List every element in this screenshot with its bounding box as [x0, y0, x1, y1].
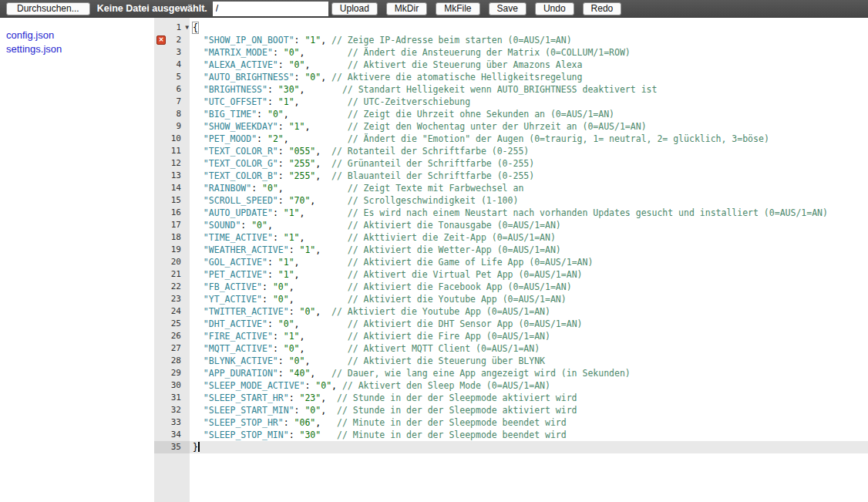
code-line[interactable]: 8 "BIG_TIME": "0", // Zeigt die Uhrzeit …	[154, 108, 868, 120]
code-line[interactable]: 28 "BLYNK_ACTIVE": "0", // Aktiviert die…	[154, 355, 868, 367]
json-key: "TIME_ACTIVE"	[204, 232, 273, 243]
code-text: "SHOW_WEEKDAY": "1", // Zeigt den Wochen…	[190, 120, 868, 133]
json-key: "TWITTER_ACTIVE"	[204, 306, 289, 317]
code-line[interactable]: 26 "FIRE_ACTIVE": "1", // Aktiviert die …	[154, 330, 868, 342]
mkfile-button[interactable]: MkFile	[436, 2, 479, 15]
browse-button[interactable]: Durchsuchen...	[6, 2, 90, 15]
json-value: "1"	[278, 257, 294, 268]
code-line[interactable]: 5 "AUTO_BRIGHTNESS": "0", // Aktivere di…	[154, 71, 868, 83]
code-line[interactable]: 6 "BRIGHTNESS": "30", // Standart Hellig…	[154, 83, 868, 96]
json-key: "AUTO_UPDATE"	[204, 207, 273, 218]
code-line[interactable]: 33 "SLEEP_STOP_HR": "06", // Minute in d…	[154, 416, 868, 429]
fold-toggle-icon[interactable]: ▼	[185, 22, 189, 34]
code-line[interactable]: 16 "AUTO_UPDATE": "1", // Es wird nach e…	[154, 207, 868, 219]
json-key: "BIG_TIME"	[204, 109, 257, 120]
code-text: "SLEEP_STOP_HR": "06", // Minute in der …	[190, 416, 868, 429]
code-text: "BIG_TIME": "0", // Zeigt die Uhrzeit oh…	[190, 108, 868, 120]
line-comment: // Minute in der der Sleepmode beendet w…	[337, 417, 567, 428]
line-comment: // Aktiviert die Youtube App (0=AUS/1=AN…	[331, 306, 550, 317]
redo-button[interactable]: Redo	[583, 2, 622, 15]
line-comment: // Aktiviert die DHT Sensor App (0=AUS/1…	[348, 318, 583, 329]
json-value: "255"	[289, 170, 316, 181]
undo-button[interactable]: Undo	[535, 2, 574, 15]
code-line[interactable]: 21 "PET_ACTIVE": "1", // Aktivert die Vi…	[154, 268, 868, 281]
code-text: "WEATHER_ACTIVE": "1", // Aktiviert die …	[190, 244, 868, 256]
path-input[interactable]	[213, 2, 328, 16]
line-number: 31	[154, 392, 190, 404]
code-line[interactable]: 35}	[154, 441, 868, 453]
code-line[interactable]: 10 "PET_MOOD": "2", // Ändert die "Emoti…	[154, 133, 868, 145]
code-line[interactable]: 1▼{	[154, 22, 868, 34]
file-link-config-json[interactable]: config.json	[6, 29, 54, 42]
json-key: "FIRE_ACTIVE"	[204, 331, 273, 342]
code-line[interactable]: 30 "SLEEP_MODE_ACTIVE": "0", // Aktivert…	[154, 379, 868, 392]
code-text: "MQTT_ACTIVE": "0", // Aktivert MQTT Cli…	[190, 342, 868, 355]
line-comment: // Rotanteil der Schriftfarbe (0-255)	[331, 146, 529, 157]
code-line[interactable]: 14 "RAINBOW": "0", // Zeigt Texte mit Fa…	[154, 182, 868, 194]
code-text: "SOUND": "0", // Aktiviert die Tonausgab…	[190, 219, 868, 231]
code-text: "FB_ACTIVE": "0", // Aktiviert die Faceb…	[190, 281, 868, 293]
file-link-settings-json[interactable]: settings.json	[6, 42, 62, 56]
json-value: "0"	[273, 281, 289, 292]
matching-bracket: {	[193, 22, 198, 33]
mkdir-button[interactable]: MkDir	[386, 2, 427, 15]
line-comment: // Aktivert die Steuerung über Amazons A…	[348, 59, 583, 70]
code-line[interactable]: 25 "DHT_ACTIVE": "0", // Aktiviert die D…	[154, 318, 868, 330]
line-comment: // Stunde in der der Sleepmode aktiviert…	[337, 405, 577, 416]
code-text: "TEXT_COLOR_B": "255", // Blauanteil der…	[190, 170, 868, 182]
code-text: "MATRIX_MODE": "0", // Ändert die Ansteu…	[190, 46, 868, 59]
code-line[interactable]: 3 "MATRIX_MODE": "0", // Ändert die Anst…	[154, 46, 868, 59]
save-button[interactable]: Save	[489, 2, 527, 15]
line-number: 18	[154, 231, 190, 244]
line-number: 27	[154, 342, 190, 355]
code-line[interactable]: 27 "MQTT_ACTIVE": "0", // Aktivert MQTT …	[154, 342, 868, 355]
code-line[interactable]: 17 "SOUND": "0", // Aktiviert die Tonaus…	[154, 219, 868, 231]
code-text: "APP_DURATION": "40", // Dauer, wie lang…	[190, 367, 868, 379]
line-number: 34	[154, 429, 190, 441]
code-line[interactable]: 18 "TIME_ACTIVE": "1", // Akttiviert die…	[154, 231, 868, 244]
json-value: "0"	[262, 183, 278, 194]
line-number: 22	[154, 281, 190, 293]
code-line[interactable]: 23 "YT_ACTIVE": "0", // Aktiviert die Yo…	[154, 293, 868, 305]
code-line[interactable]: 11 "TEXT_COLOR_R": "055", // Rotanteil d…	[154, 145, 868, 157]
code-line[interactable]: 9 "SHOW_WEEKDAY": "1", // Zeigt den Woch…	[154, 120, 868, 133]
code-line[interactable]: 32 "SLEEP_START_MIN": "0", // Stunde in …	[154, 404, 868, 416]
code-line[interactable]: 20 "GOL_ACTIVE": "1", // Aktiviert die G…	[154, 256, 868, 268]
json-key: "APP_DURATION"	[204, 368, 278, 379]
line-number: 32	[154, 404, 190, 416]
line-number: 12	[154, 157, 190, 170]
code-line[interactable]: 29 "APP_DURATION": "40", // Dauer, wie l…	[154, 367, 868, 379]
code-line[interactable]: 13 "TEXT_COLOR_B": "255", // Blauanteil …	[154, 170, 868, 182]
line-number: 9	[154, 120, 190, 133]
code-text: "GOL_ACTIVE": "1", // Aktiviert die Game…	[190, 256, 868, 268]
error-icon: ✕	[156, 35, 166, 45]
line-comment: // Stunde in der der Sleepmode aktiviert…	[337, 393, 577, 403]
code-text: "PET_MOOD": "2", // Ändert die "Emotion"…	[190, 133, 868, 145]
json-key: "UTC_OFFSET"	[204, 96, 267, 107]
line-comment: // Zeigt den Wochentag unter der Uhrzeit…	[348, 121, 647, 132]
json-key: "WEATHER_ACTIVE"	[204, 244, 289, 255]
json-key: "PET_ACTIVE"	[204, 269, 267, 280]
code-line[interactable]: 31 "SLEEP_START_HR": "23", // Stunde in …	[154, 392, 868, 404]
json-key: "BLYNK_ACTIVE"	[204, 355, 278, 366]
line-number: 23	[154, 293, 190, 305]
line-comment: // Akttiviert die Zeit-App (0=AUS/1=AN)	[348, 232, 556, 243]
json-value: "0"	[289, 59, 305, 70]
json-value: "30"	[300, 430, 321, 440]
code-line[interactable]: 15 "SCROLL_SPEED": "70", // Scrollgeschw…	[154, 194, 868, 207]
code-line[interactable]: 12 "TEXT_COLOR_G": "255", // Grünanteil …	[154, 157, 868, 170]
code-line[interactable]: 4 "ALEXA_ACTIVE": "0", // Aktivert die S…	[154, 59, 868, 71]
code-line[interactable]: 2✕ "SHOW_IP_ON_BOOT": "1", // Zeige IP-A…	[154, 34, 868, 46]
json-value: "0"	[289, 355, 305, 366]
code-editor[interactable]: 1▼{2✕ "SHOW_IP_ON_BOOT": "1", // Zeige I…	[154, 18, 868, 502]
upload-button[interactable]: Upload	[331, 2, 378, 15]
code-line[interactable]: 7 "UTC_OFFSET": "1", // UTC-Zeitverschie…	[154, 96, 868, 108]
code-line[interactable]: 19 "WEATHER_ACTIVE": "1", // Aktiviert d…	[154, 244, 868, 256]
line-number: 14	[154, 182, 190, 194]
code-text: "FIRE_ACTIVE": "1", // Aktiviert die Fir…	[190, 330, 868, 342]
line-number: 24	[154, 305, 190, 318]
line-number: 26	[154, 330, 190, 342]
code-line[interactable]: 24 "TWITTER_ACTIVE": "0", // Aktiviert d…	[154, 305, 868, 318]
code-line[interactable]: 34 "SLEEP_STOP_MIN": "30" // Minute in d…	[154, 429, 868, 441]
code-line[interactable]: 22 "FB_ACTIVE": "0", // Aktiviert die Fa…	[154, 281, 868, 293]
